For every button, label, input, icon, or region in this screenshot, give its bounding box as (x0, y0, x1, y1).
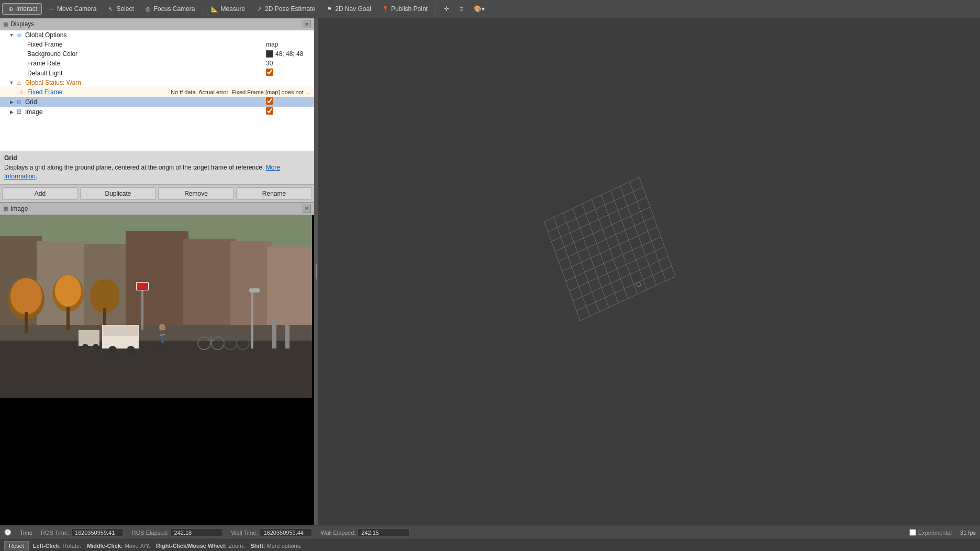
move-camera-icon: ↔ (48, 5, 55, 13)
fixed-frame-error-text: No tf data. Actual error: Fixed Frame [m… (166, 89, 314, 95)
tree-row-global-options[interactable]: ▼ ⚙ Global Options (0, 30, 314, 40)
focus-camera-icon: ◎ (144, 5, 152, 13)
tree-row-grid[interactable]: ▶ ⊞ Grid (0, 97, 314, 107)
wall-time-label: Wall Time: (231, 530, 258, 536)
interact-icon: ⊕ (7, 5, 14, 13)
svg-point-15 (55, 275, 81, 307)
grid-icon: ⊞ (15, 98, 23, 106)
background-color-swatch[interactable] (266, 50, 273, 58)
wall-elapsed-field: Wall Elapsed: 242.15 (320, 528, 410, 537)
tree-row-background-color[interactable]: Background Color 48; 48; 48 (0, 49, 314, 59)
nav-goal-icon: ⚑ (326, 5, 333, 13)
global-status-icon: ⚠ (15, 78, 23, 87)
grid-expand[interactable]: ▶ (8, 99, 15, 105)
middle-click-hint-label: Middle-Click: (87, 543, 122, 549)
panel-divider[interactable] (314, 18, 318, 525)
ros-time-field: ROS Time: 1620350959.41 (41, 528, 124, 537)
measure-button[interactable]: 📐 Measure (206, 3, 250, 15)
description-area: Grid Displays a grid along the ground pl… (0, 151, 314, 185)
left-click-hint-label: Left-Click: (33, 543, 61, 549)
svg-point-12 (10, 278, 42, 314)
right-click-hint-action: Zoom. (228, 543, 244, 549)
rename-button[interactable]: Rename (236, 187, 312, 200)
focus-camera-button[interactable]: ◎ Focus Camera (140, 3, 200, 15)
add-button[interactable]: Add (2, 187, 78, 200)
svg-rect-26 (79, 330, 99, 346)
image-panel-icon: ▦ (3, 205, 8, 212)
remove-button[interactable]: Remove (158, 187, 234, 200)
experimental-checkbox[interactable] (909, 529, 916, 536)
grid-checkbox[interactable] (266, 97, 273, 105)
toolbar-extra-1[interactable]: ✛ (439, 3, 454, 15)
global-options-label: Global Options (23, 31, 262, 39)
image-checkbox[interactable] (266, 107, 273, 115)
tree-row-frame-rate[interactable]: Frame Rate 30 (0, 59, 314, 68)
shift-hint-action: More options. (267, 543, 302, 549)
svg-rect-16 (66, 307, 70, 330)
tree-row-fixed-frame-error[interactable]: ⚠ Fixed Frame No tf data. Actual error: … (0, 87, 314, 97)
wall-elapsed-label: Wall Elapsed: (320, 530, 355, 536)
duplicate-button[interactable]: Duplicate (80, 187, 156, 200)
toolbar-extra-2[interactable]: ≡ (455, 3, 468, 15)
ros-elapsed-label: ROS Elapsed: (132, 530, 169, 536)
image-viewport[interactable] (0, 215, 314, 525)
image-expand[interactable]: ▶ (8, 109, 15, 115)
experimental-checkbox-group: Experimental (909, 529, 952, 536)
ros-elapsed-field: ROS Elapsed: 242.18 (132, 528, 223, 537)
global-options-expand[interactable]: ▼ (8, 32, 15, 38)
publish-point-icon: 📍 (382, 5, 389, 13)
move-camera-button[interactable]: ↔ Move Camera (43, 3, 101, 15)
default-light-checkbox[interactable] (266, 69, 273, 76)
street-scene-svg (0, 215, 312, 398)
reset-button[interactable]: Reset (4, 541, 29, 550)
interact-button[interactable]: ⊕ Interact (2, 3, 42, 15)
svg-point-25 (127, 346, 135, 354)
global-status-expand[interactable]: ▼ (8, 80, 15, 86)
nav-goal-button[interactable]: ⚑ 2D Nav Goal (321, 3, 376, 15)
displays-close-button[interactable]: ✕ (303, 20, 311, 28)
svg-point-36 (159, 324, 165, 331)
svg-point-24 (108, 346, 117, 354)
status-bar: 🕐 Time ROS Time: 1620350959.41 ROS Elaps… (0, 525, 980, 539)
tree-row-fixed-frame[interactable]: Fixed Frame map (0, 40, 314, 49)
pose-estimate-icon: ↗ (255, 5, 263, 13)
fixed-frame-value[interactable]: map (262, 41, 314, 48)
description-text: Displays a grid along the ground plane, … (4, 163, 310, 181)
image-panel-title: Image (10, 205, 28, 212)
background-color-value[interactable]: 48; 48; 48 (262, 50, 314, 58)
time-icon: 🕐 (4, 529, 12, 536)
left-panel: ▦ Displays ✕ ▼ ⚙ Global Options (0, 18, 314, 525)
svg-rect-41 (251, 288, 253, 348)
toolbar-extra-3[interactable]: 🎨▾ (469, 3, 489, 15)
displays-panel-title-group: ▦ Displays (3, 20, 34, 28)
ros-time-label: ROS Time: (41, 530, 69, 536)
tree-row-image[interactable]: ▶ 🖼 Image (0, 107, 314, 117)
svg-rect-23 (103, 325, 138, 336)
frame-rate-label: Frame Rate (25, 60, 262, 67)
frame-rate-value[interactable]: 30 (262, 60, 314, 67)
svg-rect-21 (137, 283, 148, 290)
image-panel: ▦ Image ✕ (0, 203, 314, 525)
default-light-label: Default Light (25, 70, 262, 77)
fixed-frame-label: Fixed Frame (25, 41, 262, 48)
svg-rect-42 (249, 288, 260, 293)
select-button[interactable]: ↖ Select (102, 3, 138, 15)
publish-point-button[interactable]: 📍 Publish Point (377, 3, 432, 15)
hints-bar: Reset Left-Click: Rotate. Middle-Click: … (0, 539, 980, 551)
right-click-hint-label: Right-Click/Mouse Wheel: (156, 543, 227, 549)
svg-rect-13 (25, 312, 28, 333)
time-title: Time (20, 530, 32, 536)
image-panel-close-button[interactable]: ✕ (303, 205, 311, 213)
main-content: ▦ Displays ✕ ▼ ⚙ Global Options (0, 18, 980, 525)
shift-hint-label: Shift: (250, 543, 265, 549)
main-toolbar: ⊕ Interact ↔ Move Camera ↖ Select ◎ Focu… (0, 0, 980, 18)
tree-row-default-light[interactable]: Default Light (0, 68, 314, 78)
pose-estimate-button[interactable]: ↗ 2D Pose Estimate (251, 3, 320, 15)
ros-elapsed-value: 242.18 (171, 528, 223, 537)
tree-row-global-status[interactable]: ▼ ⚠ Global Status: Warn (0, 78, 314, 87)
experimental-label: Experimental (918, 530, 952, 536)
3d-viewport[interactable] (318, 18, 980, 525)
svg-rect-10 (0, 325, 312, 341)
svg-rect-44 (285, 325, 289, 348)
displays-tree[interactable]: ▼ ⚙ Global Options Fixed Frame map (0, 30, 314, 151)
